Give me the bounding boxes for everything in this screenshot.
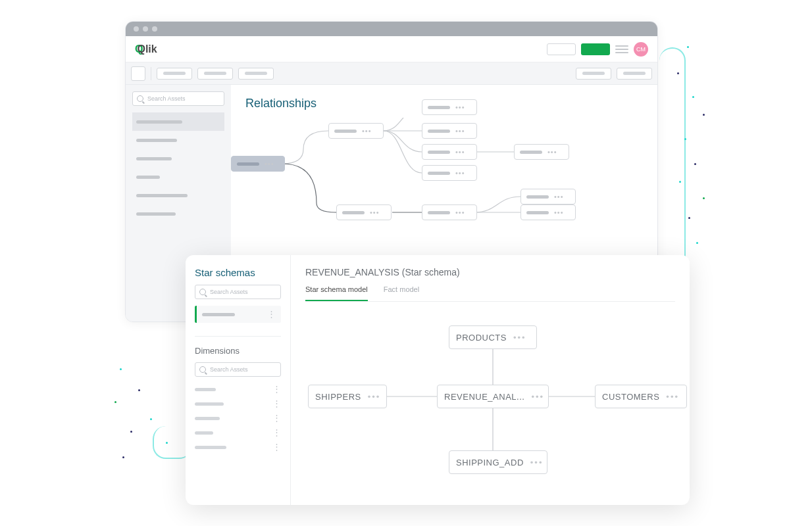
divider <box>195 336 281 337</box>
schema-node-shipping-add[interactable]: SHIPPING_ADD ••• <box>449 450 547 474</box>
relationship-node[interactable]: ••• <box>336 204 392 220</box>
sidebar-item[interactable] <box>132 186 224 204</box>
item-label-placeholder <box>202 313 235 316</box>
ellipsis-icon[interactable]: ••• <box>455 148 465 156</box>
ellipsis-icon[interactable]: ••• <box>455 169 465 177</box>
ellipsis-icon[interactable]: ••• <box>455 127 465 135</box>
ellipsis-icon[interactable]: ••• <box>368 392 381 402</box>
relationship-node[interactable]: ••• <box>422 204 477 220</box>
ellipsis-vertical-icon[interactable]: ⋮ <box>272 431 281 435</box>
relationship-node[interactable]: ••• <box>520 204 576 220</box>
search-icon <box>199 366 206 373</box>
ellipsis-icon[interactable]: ••• <box>530 458 544 467</box>
dimension-item[interactable]: ⋮ <box>195 398 281 410</box>
relationship-node[interactable]: ••• <box>231 156 285 172</box>
dimensions-heading: Dimensions <box>195 346 281 356</box>
search-icon <box>199 289 206 295</box>
ellipsis-icon[interactable]: ••• <box>554 208 564 216</box>
front-main: REVENUE_ANALYSIS (Star schema) Star sche… <box>291 255 690 505</box>
front-sidebar: Star schemas Search Assets ⋮ Dimensions … <box>186 255 291 505</box>
dimension-item[interactable]: ⋮ <box>195 441 281 453</box>
search-input[interactable]: Search Assets <box>195 285 281 299</box>
schema-title: REVENUE_ANALYSIS (Star schema) <box>305 267 675 277</box>
search-icon <box>137 95 143 102</box>
sidebar-heading: Star schemas <box>195 267 281 278</box>
sidebar-item[interactable] <box>132 149 224 168</box>
ellipsis-vertical-icon[interactable]: ⋮ <box>272 445 281 450</box>
breadcrumb-item[interactable] <box>238 68 274 80</box>
search-placeholder: Search Assets <box>210 366 248 373</box>
sidebar-item[interactable] <box>132 168 224 186</box>
ellipsis-vertical-icon[interactable]: ⋮ <box>267 312 276 317</box>
breadcrumb-item[interactable] <box>197 68 233 80</box>
topbar-primary-button[interactable] <box>581 43 610 55</box>
ellipsis-icon[interactable]: ••• <box>455 208 465 216</box>
relationship-node[interactable]: ••• <box>422 144 477 160</box>
relationship-node[interactable]: ••• <box>328 123 384 139</box>
dimension-item[interactable]: ⋮ <box>195 427 281 439</box>
schema-node-customers[interactable]: CUSTOMERS ••• <box>595 385 687 408</box>
breadcrumb-bar <box>126 62 657 85</box>
ellipsis-icon[interactable]: ••• <box>370 208 380 216</box>
schema-node-shippers[interactable]: SHIPPERS ••• <box>308 385 387 408</box>
sidebar-item[interactable] <box>132 112 224 131</box>
schema-node-products[interactable]: PRODUCTS ••• <box>449 325 537 349</box>
ellipsis-vertical-icon[interactable]: ⋮ <box>272 416 281 421</box>
star-schema-item[interactable]: ⋮ <box>195 306 281 323</box>
user-avatar[interactable]: CM <box>634 42 648 57</box>
ellipsis-icon[interactable]: ••• <box>513 333 526 343</box>
relationship-node[interactable]: ••• <box>422 123 477 139</box>
ellipsis-icon[interactable]: ••• <box>547 148 557 156</box>
ellipsis-icon[interactable]: ••• <box>265 160 274 168</box>
relationship-node[interactable]: ••• <box>520 189 576 204</box>
tab-fact-model[interactable]: Fact model <box>384 285 419 301</box>
breadcrumb-home-button[interactable] <box>131 66 145 81</box>
ellipsis-icon[interactable]: ••• <box>531 392 544 402</box>
front-window: Star schemas Search Assets ⋮ Dimensions … <box>186 255 690 505</box>
search-input[interactable]: Search Assets <box>195 362 281 377</box>
relationship-node[interactable]: ••• <box>514 144 569 160</box>
top-bar: QQlik CM <box>126 36 657 62</box>
ellipsis-vertical-icon[interactable]: ⋮ <box>272 402 281 406</box>
tab-star-schema-model[interactable]: Star schema model <box>305 285 368 301</box>
traffic-light-dot <box>134 26 139 32</box>
traffic-light-dot <box>152 26 157 32</box>
topbar-placeholder-button[interactable] <box>547 43 576 55</box>
relationship-node[interactable]: ••• <box>422 99 477 115</box>
ellipsis-icon[interactable]: ••• <box>666 392 679 402</box>
search-placeholder: Search Assets <box>147 95 186 102</box>
brand-logo: QQlik <box>135 43 157 55</box>
ellipsis-vertical-icon[interactable]: ⋮ <box>272 387 281 392</box>
ellipsis-icon[interactable]: ••• <box>554 193 564 201</box>
search-input[interactable]: Search Assets <box>132 91 224 106</box>
breadcrumb-item[interactable] <box>157 68 192 80</box>
ellipsis-icon[interactable]: ••• <box>455 103 465 111</box>
dimension-item[interactable]: ⋮ <box>195 412 281 424</box>
schema-node-revenue-analysis[interactable]: REVENUE_ANAL... ••• <box>437 385 549 408</box>
ellipsis-icon[interactable]: ••• <box>362 127 372 135</box>
schema-tabs: Star schema model Fact model <box>305 285 675 302</box>
search-placeholder: Search Assets <box>210 289 248 295</box>
divider <box>151 67 151 80</box>
relationship-node[interactable]: ••• <box>422 165 477 181</box>
window-titlebar <box>126 22 657 36</box>
sidebar-item[interactable] <box>132 204 224 223</box>
sidebar-item[interactable] <box>132 131 224 149</box>
breadcrumb-action-button[interactable] <box>617 68 652 80</box>
traffic-light-dot <box>143 26 148 32</box>
dimension-item[interactable]: ⋮ <box>195 383 281 395</box>
breadcrumb-action-button[interactable] <box>576 68 611 80</box>
menu-icon[interactable] <box>615 45 628 53</box>
star-schema-canvas: PRODUCTS ••• SHIPPERS ••• REVENUE_ANAL..… <box>305 314 675 478</box>
